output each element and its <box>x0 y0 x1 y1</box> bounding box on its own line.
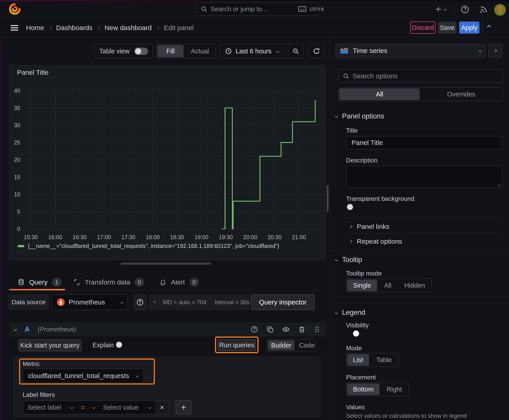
datasource-picker[interactable]: Prometheus <box>52 294 128 310</box>
breadcrumb-edit-panel: Edit panel <box>164 24 194 32</box>
options-search-input[interactable] <box>353 72 498 80</box>
placement-right[interactable]: Right <box>381 383 408 395</box>
menu-icon[interactable] <box>10 23 19 32</box>
delete-query-icon[interactable] <box>298 326 306 333</box>
query-ds-hint: (Prometheus) <box>38 326 242 333</box>
query-inspector-button[interactable]: Query inspector <box>251 294 315 310</box>
bell-icon <box>159 279 167 286</box>
svg-text:0: 0 <box>17 226 20 232</box>
legend-swatch <box>17 245 24 247</box>
legend-mode-list[interactable]: List <box>347 354 369 366</box>
collapse-query-icon[interactable] <box>14 328 17 331</box>
kickstart-button[interactable]: Kick start your query <box>18 339 81 351</box>
breadcrumb-home[interactable]: Home <box>26 24 44 32</box>
legend-mode-label: Mode <box>346 345 362 352</box>
panel: Panel Title 051015202530354015:3016:0016… <box>9 65 326 260</box>
panel-resize-handle[interactable] <box>121 262 211 265</box>
select-label-dropdown[interactable]: Select label <box>23 400 78 414</box>
sidebar-left-border <box>330 38 330 420</box>
chevron-down-icon <box>335 311 338 314</box>
add-filter-button[interactable] <box>175 400 191 414</box>
timeseries-icon <box>340 47 349 54</box>
plus-icon <box>180 404 187 411</box>
tab-all[interactable]: All <box>339 88 420 100</box>
tooltip-mode-hidden[interactable]: Hidden <box>399 279 431 291</box>
tab-query[interactable]: Query 1 <box>17 276 61 289</box>
fill-option[interactable]: Fill <box>157 45 183 57</box>
tab-query-count: 1 <box>52 278 61 287</box>
tab-overrides[interactable]: Overrides <box>421 88 501 100</box>
save-button[interactable]: Save <box>438 22 456 34</box>
clock-icon <box>225 48 232 55</box>
tooltip-mode-single[interactable]: Single <box>347 279 377 291</box>
legend-series-label[interactable]: {__name__="cloudflared_tunnel_total_requ… <box>28 243 279 249</box>
placement-bottom[interactable]: Bottom <box>347 383 380 395</box>
query-options-box: MD = auto = 704 Interval = 30s <box>149 294 249 310</box>
description-textarea[interactable] <box>346 166 502 188</box>
repeat-options-row[interactable]: Repeat options <box>350 236 402 247</box>
topbar-divider <box>454 5 454 14</box>
refresh-button[interactable] <box>308 44 325 58</box>
news-rss-icon[interactable] <box>479 5 488 14</box>
operator-dropdown[interactable]: = <box>77 400 99 414</box>
avatar[interactable] <box>494 4 506 16</box>
query-header-row[interactable]: A (Prometheus) <box>9 322 326 336</box>
global-search[interactable]: ctrl+k <box>196 2 319 16</box>
builder-option[interactable]: Builder <box>268 340 295 350</box>
metric-dropdown[interactable]: cloudflared_tunnel_total_requests <box>23 369 144 383</box>
drag-handle-icon[interactable] <box>314 326 320 333</box>
tabs-bottom-border <box>9 290 326 291</box>
query-help-icon[interactable] <box>251 326 258 333</box>
tooltip-mode-all[interactable]: All <box>378 279 397 291</box>
chart-legend[interactable]: {__name__="cloudflared_tunnel_total_requ… <box>17 243 279 249</box>
code-option[interactable]: Code <box>296 340 318 350</box>
svg-text:15: 15 <box>14 174 20 180</box>
svg-text:35: 35 <box>14 105 20 111</box>
title-label: Title <box>346 127 358 134</box>
section-divider <box>330 303 509 303</box>
actions-divider <box>482 22 483 33</box>
datasource-help-button[interactable] <box>134 294 146 310</box>
breadcrumb-new-dashboard[interactable]: New dashboard <box>105 24 152 32</box>
discard-button[interactable]: Discard <box>410 22 435 34</box>
duplicate-query-icon[interactable] <box>266 326 274 333</box>
collapse-pane-icon[interactable] <box>487 25 491 29</box>
tab-transform[interactable]: Transform data 0 <box>73 276 144 289</box>
select-value-dropdown[interactable]: Select value <box>99 400 156 414</box>
svg-text:20:00: 20:00 <box>243 234 258 240</box>
run-queries-button[interactable]: Run queries <box>218 339 256 351</box>
prometheus-icon <box>57 298 65 307</box>
visualization-picker[interactable]: Time series <box>335 44 486 58</box>
tooltip-header[interactable]: Tooltip <box>335 256 362 264</box>
query-ref-id[interactable]: A <box>25 325 30 333</box>
repeat-options-label: Repeat options <box>357 238 402 245</box>
svg-text:17:00: 17:00 <box>97 234 111 240</box>
remove-filter-button[interactable] <box>155 400 169 414</box>
section-divider <box>330 251 509 251</box>
tab-alert[interactable]: Alert 0 <box>159 276 199 289</box>
toggle-viz-picker-button[interactable] <box>488 44 502 58</box>
legend-mode-table[interactable]: Table <box>370 354 397 366</box>
breadcrumb-dashboards[interactable]: Dashboards <box>56 24 92 32</box>
tab-transform-count: 0 <box>135 278 144 287</box>
toggle-visibility-icon[interactable] <box>282 325 290 333</box>
apply-button[interactable]: Apply <box>459 22 479 34</box>
legend-header[interactable]: Legend <box>335 308 365 316</box>
expand-options-icon[interactable] <box>154 301 156 303</box>
tooltip-title: Tooltip <box>342 256 362 264</box>
chevron-right-icon <box>48 26 52 29</box>
options-search-box[interactable] <box>338 69 502 83</box>
actual-option[interactable]: Actual <box>185 45 215 57</box>
search-input[interactable] <box>211 5 295 13</box>
panel-links-row[interactable]: Panel links <box>350 221 389 232</box>
panel-options-header[interactable]: Panel options <box>335 112 384 120</box>
zoom-out-icon[interactable] <box>289 45 303 58</box>
grafana-logo[interactable] <box>9 3 21 15</box>
time-range-picker[interactable]: Last 6 hours <box>220 45 288 58</box>
table-view-toggle[interactable] <box>134 48 148 55</box>
scrollbar-thumb[interactable] <box>327 185 328 212</box>
add-menu-button[interactable] <box>434 5 446 13</box>
help-icon[interactable] <box>461 5 470 14</box>
resize-handle-icon[interactable] <box>495 181 501 187</box>
panel-title-input[interactable] <box>346 136 502 150</box>
